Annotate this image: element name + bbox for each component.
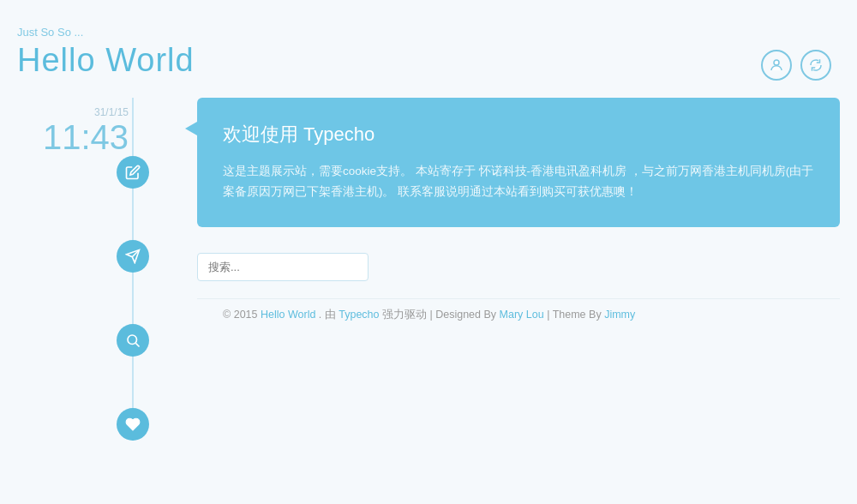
search-icon xyxy=(125,333,141,348)
site-title: Hello World xyxy=(17,42,195,79)
footer: © 2015 Hello World . 由 Typecho 强力驱动 | De… xyxy=(197,298,840,331)
by-text: 由 xyxy=(325,309,336,321)
send-icon xyxy=(125,249,141,264)
user-icon-button[interactable] xyxy=(761,50,792,81)
site-link[interactable]: Hello World xyxy=(261,309,315,321)
timeline-gap-3 xyxy=(132,357,134,408)
timeline-gap-2 xyxy=(132,273,134,324)
svg-point-0 xyxy=(774,60,779,65)
search-icon-button[interactable] xyxy=(117,324,149,357)
header-left: Just So So ... Hello World xyxy=(17,26,195,79)
refresh-icon-button[interactable] xyxy=(800,50,831,81)
header: Just So So ... Hello World xyxy=(0,0,857,98)
timeline-icons xyxy=(0,156,171,441)
edit-icon-button[interactable] xyxy=(117,156,149,189)
author-link[interactable]: Jimmy xyxy=(604,309,635,321)
date-area: 31/1/15 11:43 xyxy=(0,106,171,156)
send-icon-button[interactable] xyxy=(117,240,149,273)
timeline-gap-1 xyxy=(132,189,134,240)
search-area xyxy=(197,253,840,281)
site-tagline: Just So So ... xyxy=(17,26,195,39)
refresh-icon xyxy=(808,57,824,73)
article-area: 欢迎使用 Typecho 这是主题展示站，需要cookie支持。 本站寄存于 怀… xyxy=(171,98,840,441)
post-content: 这是主题展示站，需要cookie支持。 本站寄存于 怀诺科技-香港电讯盈科机房 … xyxy=(223,161,814,203)
user-icon xyxy=(769,57,784,73)
powered-text: 强力驱动 | Designed By xyxy=(382,309,496,321)
svg-line-4 xyxy=(135,343,139,346)
heart-icon-button[interactable] xyxy=(117,408,149,441)
time-label: 11:43 xyxy=(0,118,129,156)
post-card: 欢迎使用 Typecho 这是主题展示站，需要cookie支持。 本站寄存于 怀… xyxy=(197,98,840,227)
svg-point-3 xyxy=(128,335,137,345)
heart-icon xyxy=(125,417,141,432)
post-title: 欢迎使用 Typecho xyxy=(223,122,814,147)
designer-link[interactable]: Mary Lou xyxy=(500,309,544,321)
header-icons xyxy=(761,50,831,81)
search-input[interactable] xyxy=(197,253,369,281)
copyright-text: © 2015 xyxy=(223,309,258,321)
main-content: 31/1/15 11:43 xyxy=(0,98,857,441)
sidebar: 31/1/15 11:43 xyxy=(0,98,171,441)
theme-text: | Theme By xyxy=(547,309,601,321)
date-label: 31/1/15 xyxy=(0,106,129,118)
edit-icon xyxy=(125,165,141,180)
typecho-link[interactable]: Typecho xyxy=(339,309,379,321)
